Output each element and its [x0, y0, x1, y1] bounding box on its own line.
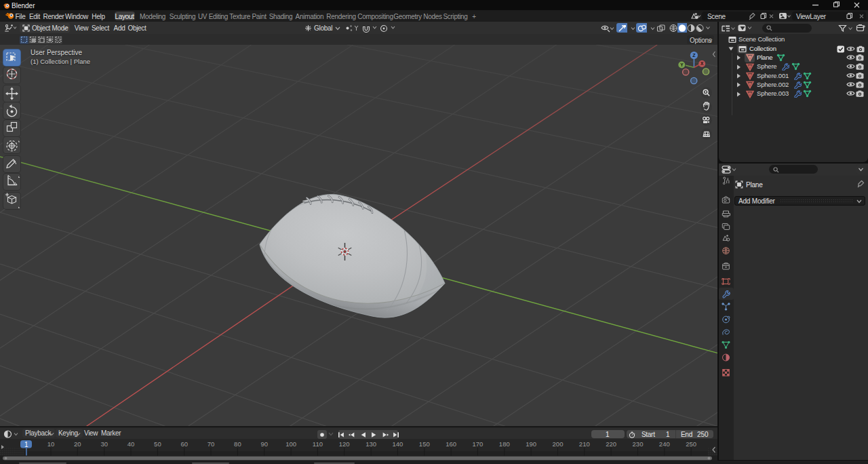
svg-text:Z: Z [692, 53, 696, 58]
svg-text:Y: Y [680, 62, 684, 67]
svg-text:X: X [701, 61, 704, 66]
